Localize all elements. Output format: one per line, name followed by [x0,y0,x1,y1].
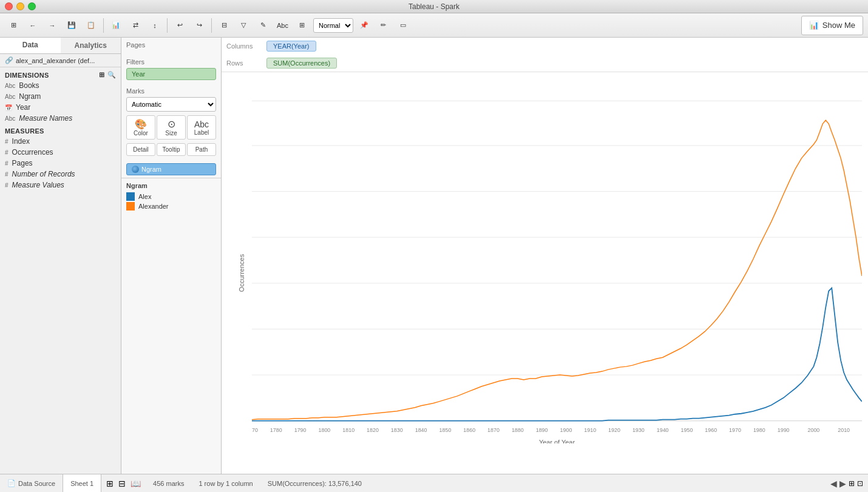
hash-icon-2: # [5,149,8,156]
dimensions-search-icon[interactable]: 🔍 [107,71,116,79]
datasource-tab[interactable]: 📄 Data Source [0,474,63,492]
hash-icon-3: # [5,160,8,167]
hash-icon-5: # [5,182,8,189]
columns-pill[interactable]: YEAR(Year) [266,41,316,52]
tooltip-cell[interactable]: Tooltip [157,143,186,156]
svg-text:1790: 1790 [294,427,307,433]
analytics-tab[interactable]: Analytics [61,38,121,53]
datasource-icon: 🔗 [5,56,13,64]
datasource-icon: 📄 [7,479,16,487]
hash-icon-1: # [5,138,8,145]
pages-shelf: Pages [121,38,221,55]
columns-label: Columns [226,42,263,50]
sort-btn[interactable]: ↕ [146,17,163,34]
pages-label: Pages [126,41,216,49]
fit-icon[interactable]: ⊡ [857,479,863,488]
color-dot-icon [132,166,139,173]
data-tab[interactable]: Data [0,38,61,53]
measures-header: Measures [0,124,121,136]
back-button[interactable]: ← [24,17,41,34]
redo-btn[interactable]: ↪ [191,17,208,34]
filter-btn[interactable]: ▽ [235,17,252,34]
statusbar: 📄 Data Source Sheet 1 ⊞ ⊟ 📖 456 marks 1 … [0,474,868,492]
new-sheet-icon[interactable]: ⊞ [106,479,114,488]
undo-btn[interactable]: ↩ [171,17,188,34]
detail-cell[interactable]: Detail [126,143,155,156]
marks-type-select[interactable]: Automatic [126,97,216,112]
calendar-icon: 📅 [5,104,12,111]
grid-view-icon[interactable]: ⊞ [849,479,855,488]
path-cell[interactable]: Path [187,143,216,156]
minimize-button[interactable] [16,2,24,10]
ngram-color-pill[interactable]: Ngram [126,163,216,175]
separator-1 [103,18,104,33]
dim-measure-names[interactable]: Abc Measure Names [0,113,121,124]
chart-svg: 0K 50K 100K 150K 200K 250K 300K 350K 177… [252,78,862,443]
abc-icon-2: Abc [5,93,15,100]
toolbar-icon-btn[interactable]: ⊞ [5,17,22,34]
addview-button[interactable]: 📋 [83,17,100,34]
datasource-row[interactable]: 🔗 alex_and_alexander (def... [0,54,121,67]
abc-icon: Abc [5,83,15,89]
rows-pill[interactable]: SUM(Occurrences) [266,58,337,69]
size-cell[interactable]: ⊙ Size [157,115,186,140]
nav-right-btn[interactable]: ▶ [839,479,846,488]
svg-text:1770: 1770 [252,427,258,433]
svg-text:1840: 1840 [415,427,427,433]
save-button[interactable]: 💾 [63,17,80,34]
color-cell[interactable]: 🎨 Color [126,115,155,140]
maximize-button[interactable] [28,2,36,10]
main-layout: Data Analytics 🔗 alex_and_alexander (def… [0,38,868,474]
dim-ngram[interactable]: Abc Ngram [0,91,121,102]
edit-btn[interactable]: ✎ [254,17,271,34]
filters-label: Filters [126,58,216,66]
dim-books[interactable]: Abc Books [0,80,121,91]
dimensions-grid-icon[interactable]: ⊞ [99,71,104,79]
present-btn[interactable]: ▭ [395,17,412,34]
toolbar: ⊞ ← → 💾 📋 📊 ⇄ ↕ ↩ ↪ ⊟ ▽ ✎ Abc ⊞ Normal 📌… [0,13,868,38]
close-button[interactable] [5,2,13,10]
measure-measure-values[interactable]: # Measure Values [0,180,121,190]
tooltip-btn[interactable]: ✏ [375,17,392,34]
window-controls[interactable] [5,2,36,10]
label-cell[interactable]: Abc Label [187,115,216,140]
filter-year-pill[interactable]: Year [126,68,216,80]
dim-year[interactable]: 📅 Year [0,102,121,113]
new-story-icon[interactable]: 📖 [131,479,141,488]
marks-section: Marks Automatic 🎨 Color ⊙ Size Abc Label [121,84,221,161]
new-sheet-icons: ⊞ ⊟ 📖 [101,479,146,488]
forward-button[interactable]: → [44,17,61,34]
chart-icon: 📊 [809,21,819,30]
svg-text:1810: 1810 [342,427,354,433]
filters-shelf: Filters Year [121,55,221,84]
marks-label: Marks [126,87,216,95]
chart-canvas: Occurrences 0K 50K 100K 150K 200K 250K [222,72,868,474]
pin-btn[interactable]: 📌 [356,17,373,34]
window-title: Tableau - Spark [409,2,459,11]
svg-text:1820: 1820 [367,427,379,433]
svg-text:1980: 1980 [753,427,765,433]
svg-text:Year of Year: Year of Year [539,439,575,443]
hash-icon-4: # [5,171,8,178]
measure-index[interactable]: # Index [0,136,121,147]
measure-pages[interactable]: # Pages [0,158,121,169]
text-btn[interactable]: Abc [274,17,291,34]
nav-left-btn[interactable]: ◀ [830,479,837,488]
grid-btn[interactable]: ⊟ [215,17,232,34]
dimensions-icons: ⊞ 🔍 [99,71,116,79]
chart-type-btn[interactable]: 📊 [107,17,124,34]
svg-text:1940: 1940 [657,427,669,433]
new-dashboard-icon[interactable]: ⊟ [118,479,126,488]
rows-cols: 1 row by 1 column [191,480,260,487]
swap-btn[interactable]: ⇄ [127,17,144,34]
svg-text:1990: 1990 [778,427,790,433]
sheet1-tab[interactable]: Sheet 1 [63,474,101,492]
show-me-button[interactable]: 📊 Show Me [801,16,863,35]
svg-text:1970: 1970 [729,427,741,433]
y-axis-label: Occurrences [238,254,245,292]
svg-text:1870: 1870 [487,427,500,433]
measure-occurrences[interactable]: # Occurrences [0,147,121,158]
measure-number-of-records[interactable]: # Number of Records [0,169,121,180]
data-btn[interactable]: ⊞ [294,17,311,34]
marks-dropdown[interactable]: Normal [313,18,353,33]
